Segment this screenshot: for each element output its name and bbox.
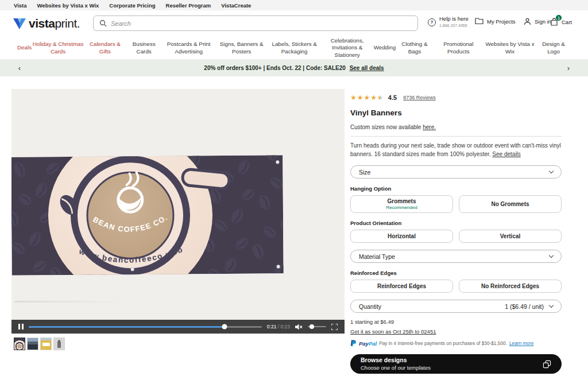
- utility-link-vista[interactable]: Vista: [14, 2, 27, 9]
- vistaprint-v-icon: [13, 17, 26, 30]
- browse-designs-subtitle: Choose one of our templates: [361, 365, 543, 371]
- product-media-viewer[interactable]: BEAN COFFEE CO. www.beancoffeeco.web 0: [11, 89, 345, 334]
- star-rating: ★ ★ ★ ★ ★★: [350, 94, 384, 101]
- nav-wedding[interactable]: Wedding: [374, 44, 396, 51]
- hanging-option-row: Grommets Recommended No Grommets: [350, 195, 562, 213]
- description-text: Turn heads during your next sale, trade …: [350, 142, 561, 157]
- header: vistaprint. ? Help is here 1.866.207.495…: [0, 10, 588, 37]
- horizontal-label: Horizontal: [388, 233, 416, 239]
- utility-link-reseller-program[interactable]: Reseller Program: [166, 2, 211, 9]
- grommets-button[interactable]: Grommets Recommended: [350, 195, 453, 213]
- utility-link-websites[interactable]: Websites by Vista x Wix: [37, 2, 99, 9]
- thumbnail-banner-video[interactable]: [14, 338, 25, 350]
- horizontal-button[interactable]: Horizontal: [350, 230, 453, 243]
- nav-postcards-print-advertising[interactable]: Postcards & Print Advertising: [163, 41, 215, 55]
- banner-shadow: [14, 301, 123, 303]
- product-title: Vinyl Banners: [350, 108, 562, 117]
- rating-row: ★ ★ ★ ★ ★★ 4.5 8736 Reviews: [350, 94, 562, 101]
- banner-preview: BEAN COFFEE CO. www.beancoffeeco.web: [11, 155, 284, 275]
- no-reinforced-edges-label: No Reinforced Edges: [481, 283, 539, 289]
- logo-wordmark: vistaprint.: [29, 17, 80, 30]
- reviews-link[interactable]: 8736 Reviews: [403, 95, 436, 100]
- cart-count-badge: 1: [556, 15, 562, 21]
- nav-business-cards[interactable]: Business Cards: [126, 41, 163, 55]
- nav-calendars-gifts[interactable]: Calendars & Gifts: [84, 41, 126, 55]
- promo-prev-button[interactable]: ‹: [8, 59, 31, 76]
- fullscreen-button[interactable]: [331, 324, 338, 330]
- nav-celebrations-invitations-stationery[interactable]: Celebrations, Invitations & Stationery: [321, 37, 374, 59]
- logo-print: print.: [55, 17, 80, 30]
- help-phone: 1.866.207.4955: [439, 24, 467, 28]
- quantity-select[interactable]: Quantity 1 ($6.49 / unit): [350, 300, 562, 313]
- star-fill: ★: [377, 94, 380, 101]
- volume-slider[interactable]: [308, 326, 326, 328]
- rating-score: 4.5: [388, 94, 397, 101]
- quantity-value: 1 ($6.49 / unit): [505, 303, 544, 310]
- video-progress-knob[interactable]: [222, 324, 227, 330]
- person-icon: [524, 18, 531, 25]
- thumbnail-storefront-photo[interactable]: [40, 338, 52, 350]
- video-controls: 0:21 / 0:23: [11, 320, 345, 334]
- utility-link-corporate-pricing[interactable]: Corporate Pricing: [109, 2, 155, 9]
- thumbnail-outdoor-photo[interactable]: [27, 338, 38, 350]
- paypal-learn-more-link[interactable]: Learn more: [509, 340, 533, 346]
- vertical-button[interactable]: Vertical: [459, 230, 562, 243]
- custom-sizes-text: Custom sizes now available: [350, 124, 423, 130]
- nav-labels-stickers-packaging[interactable]: Labels, Stickers & Packaging: [268, 41, 321, 55]
- mute-icon[interactable]: [295, 324, 303, 330]
- material-type-select[interactable]: Material Type: [350, 250, 562, 263]
- no-reinforced-edges-button[interactable]: No Reinforced Edges: [459, 280, 562, 293]
- logo-vista: vista: [29, 17, 55, 30]
- orientation-row: Horizontal Vertical: [350, 230, 562, 243]
- cart-button[interactable]: 1 Cart: [550, 18, 572, 26]
- nav-promotional-products[interactable]: Promotional Products: [434, 41, 483, 55]
- vistaprint-logo[interactable]: vistaprint.: [13, 17, 80, 30]
- reinforced-edges-row: Reinforced Edges No Reinforced Edges: [350, 280, 562, 293]
- delivery-estimate-link[interactable]: Get it as soon as Oct 25th to 02451: [350, 328, 436, 335]
- paypal-message: PayPal Pay in 4 interest-free payments o…: [350, 340, 562, 347]
- material-type-label: Material Type: [359, 253, 550, 260]
- browse-designs-title: Browse designs: [361, 356, 543, 365]
- custom-sizes-link[interactable]: here.: [423, 124, 436, 130]
- paypal-pal: Pal: [369, 340, 377, 347]
- promo-next-button[interactable]: ›: [557, 59, 580, 76]
- help-menu[interactable]: ? Help is here 1.866.207.4955: [428, 16, 469, 29]
- nav-clothing-bags[interactable]: Clothing & Bags: [396, 41, 434, 55]
- help-label: Help is here: [439, 15, 469, 22]
- paypal-wordmark: PayPal: [359, 340, 377, 347]
- vertical-label: Vertical: [500, 233, 521, 239]
- nav-holiday-christmas-cards[interactable]: Holiday & Christmas Cards: [32, 41, 84, 55]
- no-grommets-button[interactable]: No Grommets: [459, 195, 562, 213]
- nav-websites-vista-wix[interactable]: Websites by Vista x Wix: [483, 41, 536, 55]
- nav-design-logo[interactable]: Design & Logo: [536, 41, 571, 55]
- custom-sizes-note: Custom sizes now available here.: [350, 124, 562, 130]
- size-select[interactable]: Size: [350, 165, 562, 179]
- video-progress-bar[interactable]: [29, 326, 262, 328]
- promo-banner: ‹ 20% off orders $100+ | Ends Oct. 22 | …: [0, 59, 588, 76]
- my-projects-button[interactable]: My Projects: [475, 18, 516, 25]
- see-details-link[interactable]: See details: [492, 151, 520, 157]
- starting-price-note: 1 starting at $6.49: [350, 319, 562, 325]
- utility-link-vistacreate[interactable]: VistaCreate: [221, 2, 251, 9]
- star-icon: ★: [364, 94, 370, 101]
- pause-button[interactable]: [18, 324, 24, 330]
- product-config-panel: ★ ★ ★ ★ ★★ 4.5 8736 Reviews Vinyl Banner…: [350, 94, 562, 376]
- chevron-down-icon: [549, 169, 554, 173]
- browse-designs-button[interactable]: Browse designs Choose one of our templat…: [350, 354, 562, 374]
- sign-in-button[interactable]: Sign in: [524, 18, 551, 25]
- promo-offer: 20% off orders $100+ | Ends Oct. 22 | Co…: [204, 65, 346, 71]
- divider: [350, 136, 562, 137]
- search-input[interactable]: [111, 20, 412, 27]
- quantity-label: Quantity: [359, 303, 505, 310]
- sign-in-label: Sign in: [535, 18, 551, 25]
- main-nav: Deals Holiday & Christmas Cards Calendar…: [0, 37, 588, 59]
- thumbnail-person-photo[interactable]: [53, 338, 65, 350]
- volume-knob[interactable]: [310, 324, 314, 329]
- templates-icon: [543, 360, 551, 369]
- folder-icon: [475, 18, 483, 25]
- reinforced-edges-button[interactable]: Reinforced Edges: [350, 280, 453, 293]
- nav-signs-banners-posters[interactable]: Signs, Banners & Posters: [215, 41, 268, 55]
- star-icon: ★: [370, 94, 377, 101]
- promo-see-all-deals-link[interactable]: See all deals: [350, 65, 384, 71]
- nav-deals[interactable]: Deals: [17, 44, 32, 51]
